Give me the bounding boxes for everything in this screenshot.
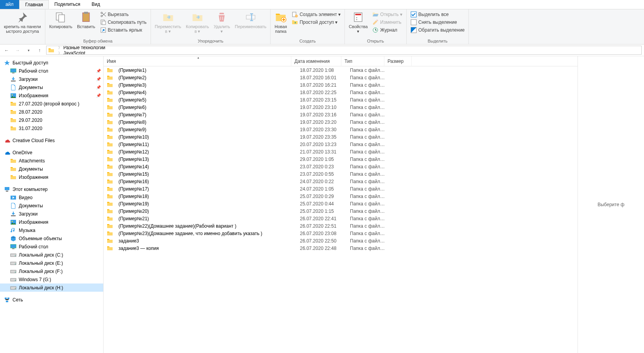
file-row[interactable]: (Пример№4)18.07.2020 22:25Папка с файлам… — [104, 89, 578, 96]
sidebar-quick-access[interactable]: Быстрый доступ — [0, 59, 103, 67]
file-row[interactable]: задание326.07.2020 22:50Папка с файлами — [104, 237, 578, 244]
sidebar-item[interactable]: Рабочий стол — [0, 242, 103, 251]
open-button[interactable]: Открыть ▾ — [371, 11, 404, 18]
file-row[interactable]: (Пример№16)24.07.2020 0:22Папка с файлам… — [104, 178, 578, 185]
tab-share[interactable]: Поделиться — [49, 0, 86, 9]
file-row[interactable]: задание3 — копия26.07.2020 22:48Папка с … — [104, 244, 578, 252]
column-size[interactable]: Размер — [384, 56, 412, 66]
file-row[interactable]: (Пример№7)19.07.2020 23:16Папка с файлам… — [104, 111, 578, 118]
invert-selection-button[interactable]: Обратить выделение — [409, 27, 466, 34]
sidebar-item[interactable]: 28.07.2020 — [0, 108, 103, 116]
history-button[interactable]: Журнал — [371, 27, 404, 34]
paste-shortcut-button[interactable]: Вставить ярлык — [99, 27, 148, 34]
sidebar-creative-cloud[interactable]: Creative Cloud Files — [0, 136, 103, 144]
copy-to-button[interactable]: Копировать в ▾ — [184, 10, 210, 34]
sidebar-item[interactable]: Загрузки📌 — [0, 75, 103, 83]
sidebar-item[interactable]: Документы — [0, 165, 103, 173]
file-row[interactable]: (Пример№10)19.07.2020 23:35Папка с файла… — [104, 133, 578, 141]
file-row[interactable]: (Пример№21)26.07.2020 22:41Папка с файла… — [104, 215, 578, 222]
sidebar-item[interactable]: Изображения📌 — [0, 91, 103, 100]
delete-button[interactable]: Удалить ▾ — [212, 10, 231, 34]
file-row[interactable]: (Пример№13)29.07.2020 1:05Папка с файлам… — [104, 155, 578, 163]
cut-button[interactable]: Вырезать — [99, 11, 148, 18]
file-row[interactable]: (Пример№1)18.07.2020 1:08Папка с файлами — [104, 66, 578, 74]
sidebar-onedrive[interactable]: OneDrive — [0, 148, 103, 157]
sidebar-item[interactable]: Локальный диск (F:) — [0, 267, 103, 275]
breadcrumb[interactable]: 〉Этот компьютер〉Локальный диск (H:)〉crea… — [46, 46, 642, 55]
file-row[interactable]: (Пример№23)(Домашнее задание, что именно… — [104, 230, 578, 237]
file-row[interactable]: (Пример№8)19.07.2020 23:20Папка с файлам… — [104, 118, 578, 126]
tab-home[interactable]: Главная — [19, 0, 49, 9]
nav-forward-button[interactable]: → — [13, 46, 22, 55]
rename-button[interactable]: Переименовать — [233, 10, 268, 30]
file-row[interactable]: (Пример№5)18.07.2020 23:15Папка с файлам… — [104, 96, 578, 103]
file-row[interactable]: (Пример№3)18.07.2020 16:21Папка с файлам… — [104, 81, 578, 89]
breadcrumb-segment[interactable]: 〉Разные технологии — [57, 46, 214, 50]
paste-button[interactable]: Вставить — [75, 10, 97, 30]
file-row[interactable]: (Пример№18)25.07.2020 0:29Папка с файлам… — [104, 193, 578, 200]
file-type: Папка с файлами — [347, 105, 390, 110]
breadcrumb-segment[interactable]: 〉JavaScript — [57, 50, 214, 55]
file-row[interactable]: (Пример№22)(Домашнее задание)(Рабочий ва… — [104, 222, 578, 230]
file-row[interactable]: (Пример№17)24.07.2020 1:05Папка с файлам… — [104, 185, 578, 193]
sidebar-item[interactable]: Видео — [0, 193, 103, 201]
file-row[interactable]: (Пример№15)23.07.2020 0:55Папка с файлам… — [104, 170, 578, 178]
sidebar-item[interactable]: Attachments — [0, 157, 103, 165]
column-type[interactable]: Тип — [341, 56, 384, 66]
easy-access-button[interactable]: Простой доступ ▾ — [290, 19, 342, 26]
folder-icon — [107, 75, 113, 81]
file-row[interactable]: (Пример№2)18.07.2020 16:01Папка с файлам… — [104, 74, 578, 81]
folder-icon — [107, 82, 113, 88]
file-row[interactable]: (Пример№12)21.07.2020 13:31Папка с файла… — [104, 148, 578, 155]
sidebar-item[interactable]: Загрузки — [0, 210, 103, 218]
sidebar-item[interactable]: 27.07.2020 (второй вопрос ) — [0, 100, 103, 108]
select-none-button[interactable]: Снять выделение — [409, 19, 466, 26]
sidebar-item[interactable]: Локальный диск (H:) — [0, 283, 103, 292]
chevron-right-icon: 〉 — [57, 51, 63, 55]
properties-button[interactable]: Свойства ▾ — [347, 10, 369, 34]
column-name[interactable]: Имя▴ — [104, 56, 291, 66]
sidebar-item[interactable]: Объемные объекты — [0, 234, 103, 242]
column-date[interactable]: Дата изменения — [291, 56, 341, 66]
copy-button[interactable]: Копировать — [48, 10, 74, 30]
move-to-button[interactable]: Переместить в ▾ — [153, 10, 183, 34]
sidebar-network[interactable]: Сеть — [0, 296, 103, 304]
file-row[interactable]: (Пример№19)25.07.2020 0:44Папка с файлам… — [104, 200, 578, 207]
tab-view[interactable]: Вид — [86, 0, 106, 9]
new-item-button[interactable]: Создать элемент ▾ — [290, 11, 342, 18]
tab-file[interactable]: айл — [0, 0, 19, 9]
sidebar-item[interactable]: 31.07.2020 — [0, 124, 103, 132]
file-row[interactable]: (Пример№14)23.07.2020 0:23Папка с файлам… — [104, 163, 578, 170]
sidebar-item[interactable]: Документы — [0, 201, 103, 210]
sidebar-item[interactable]: Изображения — [0, 218, 103, 226]
drive-icon — [10, 285, 16, 291]
edit-button[interactable]: Изменить — [371, 19, 404, 26]
file-row[interactable]: (Пример№9)19.07.2020 23:30Папка с файлам… — [104, 126, 578, 133]
sidebar-item[interactable]: Документы📌 — [0, 83, 103, 91]
file-row[interactable]: (Пример№20)25.07.2020 1:15Папка с файлам… — [104, 207, 578, 215]
select-none-icon — [411, 19, 417, 25]
sidebar-item[interactable]: 29.07.2020 — [0, 116, 103, 124]
sidebar-item[interactable]: Локальный диск (E:) — [0, 259, 103, 267]
sidebar-this-pc[interactable]: Этот компьютер — [0, 185, 103, 193]
file-list[interactable]: Имя▴ Дата изменения Тип Размер (Пример№1… — [104, 56, 578, 353]
nav-recent-button[interactable]: ▾ — [24, 46, 33, 55]
sidebar-item[interactable]: Изображения — [0, 173, 103, 181]
sidebar-item[interactable]: Windows 7 (G:) — [0, 275, 103, 283]
file-row[interactable]: (Пример№11)20.07.2020 13:23Папка с файла… — [104, 141, 578, 148]
creative-cloud-icon — [4, 137, 10, 144]
file-date: 19.07.2020 23:10 — [297, 105, 347, 110]
file-row[interactable]: (Пример№6)19.07.2020 23:10Папка с файлам… — [104, 103, 578, 111]
folder-icon — [107, 127, 113, 133]
copy-path-button[interactable]: Скопировать путь — [99, 19, 148, 26]
navigation-pane[interactable]: Быстрый доступ Рабочий стол📌Загрузки📌Док… — [0, 56, 104, 353]
sidebar-item[interactable]: Локальный диск (C:) — [0, 251, 103, 259]
sidebar-item[interactable]: Рабочий стол📌 — [0, 67, 103, 75]
pin-to-quick-access-button[interactable]: крепить на панели ыстрого доступа — [2, 10, 43, 34]
select-all-button[interactable]: Выделить все — [409, 11, 466, 18]
file-name: (Пример№18) — [115, 194, 297, 199]
nav-up-button[interactable]: ↑ — [35, 46, 44, 55]
new-folder-button[interactable]: Новая папка — [273, 10, 289, 34]
nav-back-button[interactable]: ← — [2, 46, 11, 55]
sidebar-item[interactable]: Музыка — [0, 226, 103, 234]
